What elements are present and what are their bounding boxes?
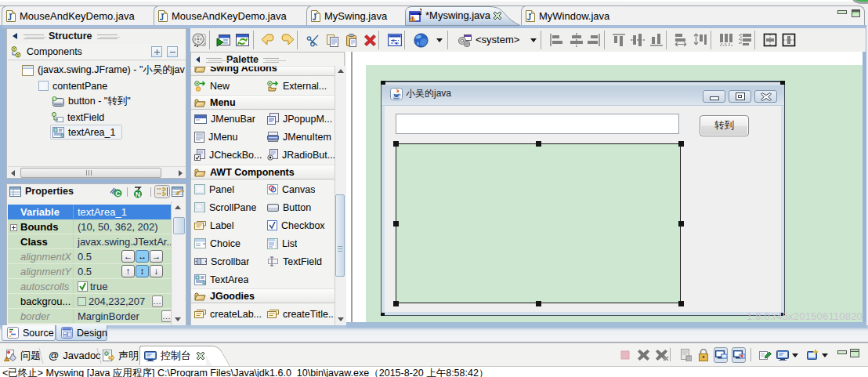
svg-text:!: !	[411, 16, 413, 22]
svg-text:!: !	[6, 357, 8, 361]
svg-text:J: J	[418, 9, 421, 16]
svg-text:C: C	[115, 190, 121, 198]
svg-text:N: N	[136, 190, 141, 198]
